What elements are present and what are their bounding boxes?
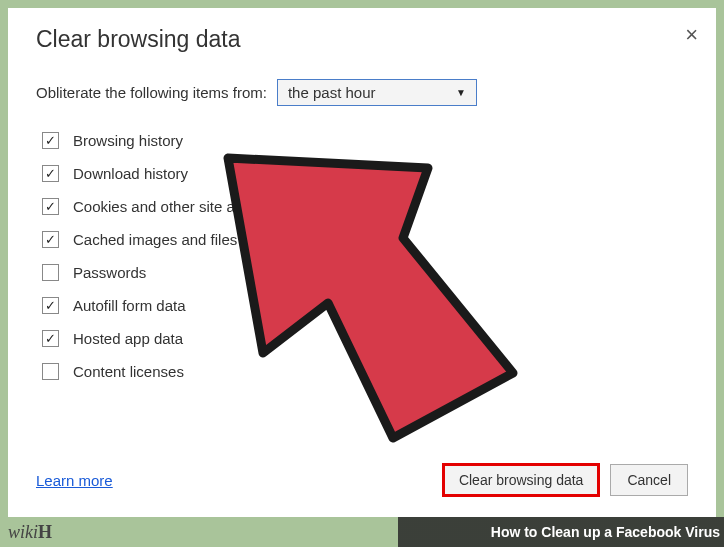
learn-more-link[interactable]: Learn more — [36, 472, 113, 489]
clear-browsing-data-dialog: × Clear browsing data Obliterate the fol… — [8, 8, 716, 517]
option-label: Passwords — [73, 264, 146, 281]
option-label: Content licenses — [73, 363, 184, 380]
caption-bar: wikiH How to Clean up a Facebook Virus — [0, 517, 724, 547]
wikihow-logo: wikiH — [8, 522, 52, 543]
clear-browsing-data-button[interactable]: Clear browsing data — [442, 463, 601, 497]
dialog-footer: Learn more Clear browsing data Cancel — [36, 463, 688, 497]
close-icon[interactable]: × — [685, 22, 698, 48]
cancel-button[interactable]: Cancel — [610, 464, 688, 496]
option-checkbox[interactable]: ✓ — [42, 231, 59, 248]
dialog-title: Clear browsing data — [36, 26, 688, 53]
time-range-select[interactable]: the past hour ▼ — [277, 79, 477, 106]
chevron-down-icon: ▼ — [456, 87, 466, 98]
option-checkbox[interactable] — [42, 264, 59, 281]
option-checkbox[interactable]: ✓ — [42, 198, 59, 215]
option-checkbox[interactable]: ✓ — [42, 330, 59, 347]
time-range-row: Obliterate the following items from: the… — [36, 79, 688, 106]
article-caption: How to Clean up a Facebook Virus — [491, 524, 720, 540]
option-row: Content licenses — [36, 355, 688, 388]
option-row: ✓Browsing history — [36, 124, 688, 157]
option-label: Autofill form data — [73, 297, 186, 314]
option-label: Browsing history — [73, 132, 183, 149]
options-list: ✓Browsing history✓Download history✓Cooki… — [36, 124, 688, 388]
option-label: Download history — [73, 165, 188, 182]
option-row: ✓Download history — [36, 157, 688, 190]
option-row: ✓Autofill form data — [36, 289, 688, 322]
time-range-value: the past hour — [288, 84, 376, 101]
option-checkbox[interactable]: ✓ — [42, 297, 59, 314]
option-row: Passwords — [36, 256, 688, 289]
option-row: ✓Cookies and other site and plug-in data — [36, 190, 688, 223]
option-checkbox[interactable]: ✓ — [42, 165, 59, 182]
time-range-prompt: Obliterate the following items from: — [36, 84, 267, 101]
option-label: Hosted app data — [73, 330, 183, 347]
option-checkbox[interactable]: ✓ — [42, 132, 59, 149]
option-label: Cached images and files — [73, 231, 237, 248]
option-checkbox[interactable] — [42, 363, 59, 380]
option-label: Cookies and other site and plug-in data — [73, 198, 334, 215]
option-row: ✓Cached images and files — [36, 223, 688, 256]
option-row: ✓Hosted app data — [36, 322, 688, 355]
